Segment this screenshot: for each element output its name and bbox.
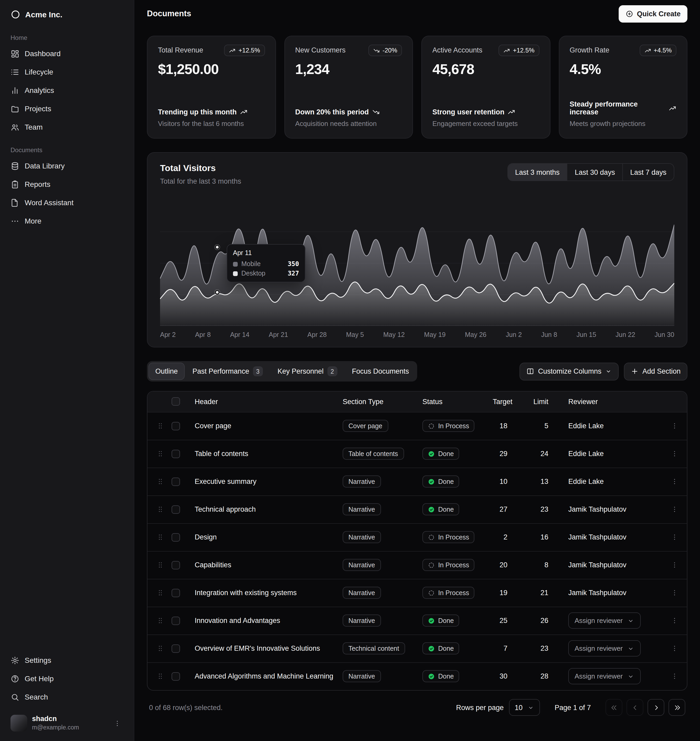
target-cell[interactable]: 20 xyxy=(487,551,521,579)
prev-page-button[interactable] xyxy=(626,699,643,716)
row-title[interactable]: Innovation and Advantages xyxy=(195,617,280,625)
row-menu-button[interactable] xyxy=(667,585,682,600)
select-row-checkbox[interactable] xyxy=(172,588,180,597)
user-menu[interactable]: shadcn m@example.com xyxy=(6,710,128,736)
sidebar-item-analytics[interactable]: Analytics xyxy=(6,81,128,99)
select-row-checkbox[interactable] xyxy=(172,477,180,486)
select-row-checkbox[interactable] xyxy=(172,422,180,430)
drag-handle[interactable] xyxy=(154,475,166,488)
select-row-checkbox[interactable] xyxy=(172,505,180,513)
target-cell[interactable]: 7 xyxy=(487,634,521,662)
customize-columns-button[interactable]: Customize Columns xyxy=(520,362,619,380)
sidebar-item-more[interactable]: More xyxy=(6,212,128,230)
limit-cell[interactable]: 26 xyxy=(521,607,562,634)
row-title[interactable]: Table of contents xyxy=(195,450,248,457)
row-title[interactable]: Executive summary xyxy=(195,478,257,485)
select-row-checkbox[interactable] xyxy=(172,561,180,569)
select-all-checkbox[interactable] xyxy=(172,397,180,406)
row-menu-button[interactable] xyxy=(667,641,682,656)
area-chart[interactable]: Apr 11 Mobile 350 Desktop 327 xyxy=(160,200,674,326)
sidebar-item-reports[interactable]: Reports xyxy=(6,175,128,193)
select-row-checkbox[interactable] xyxy=(172,644,180,653)
target-cell[interactable]: 10 xyxy=(487,468,521,495)
select-row-checkbox[interactable] xyxy=(172,450,180,458)
drag-handle[interactable] xyxy=(154,531,166,543)
tab-focus-documents[interactable]: Focus Documents xyxy=(345,363,416,380)
sidebar-item-projects[interactable]: Projects xyxy=(6,100,128,118)
target-cell[interactable]: 25 xyxy=(487,607,521,634)
row-menu-button[interactable] xyxy=(667,502,682,517)
drag-handle[interactable] xyxy=(154,420,166,432)
range-last-3-months[interactable]: Last 3 months xyxy=(508,164,567,181)
add-section-button[interactable]: Add Section xyxy=(624,362,687,380)
limit-cell[interactable]: 13 xyxy=(521,468,562,495)
limit-cell[interactable]: 8 xyxy=(521,551,562,579)
limit-cell[interactable]: 23 xyxy=(521,634,562,662)
quick-create-button[interactable]: Quick Create xyxy=(618,5,687,22)
row-title[interactable]: Capabilities xyxy=(195,561,231,569)
rows-per-page-select[interactable]: 10 xyxy=(509,699,540,716)
row-menu-button[interactable] xyxy=(667,474,682,489)
stat-footnote: Down 20% this period xyxy=(295,108,402,116)
row-title[interactable]: Overview of EMR's Innovative Solutions xyxy=(195,644,320,652)
row-menu-button[interactable] xyxy=(667,669,682,684)
row-title[interactable]: Design xyxy=(195,533,217,541)
row-menu-button[interactable] xyxy=(667,530,682,544)
range-last-7-days[interactable]: Last 7 days xyxy=(622,164,674,181)
first-page-button[interactable] xyxy=(606,699,622,716)
drag-handle[interactable] xyxy=(154,642,166,655)
target-cell[interactable]: 2 xyxy=(487,523,521,551)
target-cell[interactable]: 27 xyxy=(487,495,521,523)
drag-handle[interactable] xyxy=(154,447,166,460)
tab-outline[interactable]: Outline xyxy=(149,363,185,380)
row-menu-button[interactable] xyxy=(667,419,682,433)
row-title[interactable]: Advanced Algorithms and Machine Learning xyxy=(195,672,333,681)
row-menu-button[interactable] xyxy=(667,613,682,628)
target-cell[interactable]: 30 xyxy=(487,662,521,690)
assign-reviewer-select[interactable]: Assign reviewer xyxy=(568,668,641,685)
limit-cell[interactable]: 24 xyxy=(521,440,562,468)
row-title[interactable]: Cover page xyxy=(195,422,231,430)
sidebar-item-data-library[interactable]: Data Library xyxy=(6,157,128,175)
sidebar-item-lifecycle[interactable]: Lifecycle xyxy=(6,63,128,81)
sidebar-item-settings[interactable]: Settings xyxy=(6,651,128,669)
target-cell[interactable]: 18 xyxy=(487,412,521,440)
range-last-30-days[interactable]: Last 30 days xyxy=(567,164,622,181)
select-row-checkbox[interactable] xyxy=(172,672,180,681)
sidebar-item-search[interactable]: Search xyxy=(6,688,128,706)
tab-key-personnel[interactable]: Key Personnel2 xyxy=(271,363,344,380)
last-page-button[interactable] xyxy=(669,699,685,716)
limit-cell[interactable]: 21 xyxy=(521,579,562,607)
row-menu-button[interactable] xyxy=(667,557,682,572)
limit-cell[interactable]: 5 xyxy=(521,412,562,440)
user-menu-button[interactable] xyxy=(111,717,123,729)
visitors-card: Total Visitors Total for the last 3 mont… xyxy=(147,152,687,347)
sidebar-item-get-help[interactable]: Get Help xyxy=(6,670,128,688)
brand-logo-icon xyxy=(10,9,21,19)
sidebar-item-team[interactable]: Team xyxy=(6,118,128,136)
row-title[interactable]: Technical approach xyxy=(195,505,256,513)
drag-handle[interactable] xyxy=(154,587,166,599)
sidebar-item-dashboard[interactable]: Dashboard xyxy=(6,45,128,62)
drag-handle[interactable] xyxy=(154,559,166,571)
limit-cell[interactable]: 16 xyxy=(521,523,562,551)
select-row-checkbox[interactable] xyxy=(172,533,180,541)
row-title[interactable]: Integration with existing systems xyxy=(195,589,297,597)
target-cell[interactable]: 29 xyxy=(487,440,521,468)
chevron-down-icon xyxy=(627,617,634,624)
drag-handle[interactable] xyxy=(154,614,166,627)
assign-reviewer-select[interactable]: Assign reviewer xyxy=(568,640,641,657)
select-row-checkbox[interactable] xyxy=(172,616,180,625)
limit-cell[interactable]: 23 xyxy=(521,495,562,523)
next-page-button[interactable] xyxy=(647,699,664,716)
drag-handle[interactable] xyxy=(154,503,166,516)
workspace-switcher[interactable]: Acme Inc. xyxy=(6,5,128,24)
target-cell[interactable]: 19 xyxy=(487,579,521,607)
sidebar-item-word-assistant[interactable]: Word Assistant xyxy=(6,194,128,212)
row-menu-button[interactable] xyxy=(667,446,682,461)
limit-cell[interactable]: 28 xyxy=(521,662,562,690)
tab-past-performance[interactable]: Past Performance3 xyxy=(186,363,270,380)
status-badge: In Process xyxy=(422,531,474,543)
drag-handle[interactable] xyxy=(154,670,166,683)
assign-reviewer-select[interactable]: Assign reviewer xyxy=(568,612,641,629)
